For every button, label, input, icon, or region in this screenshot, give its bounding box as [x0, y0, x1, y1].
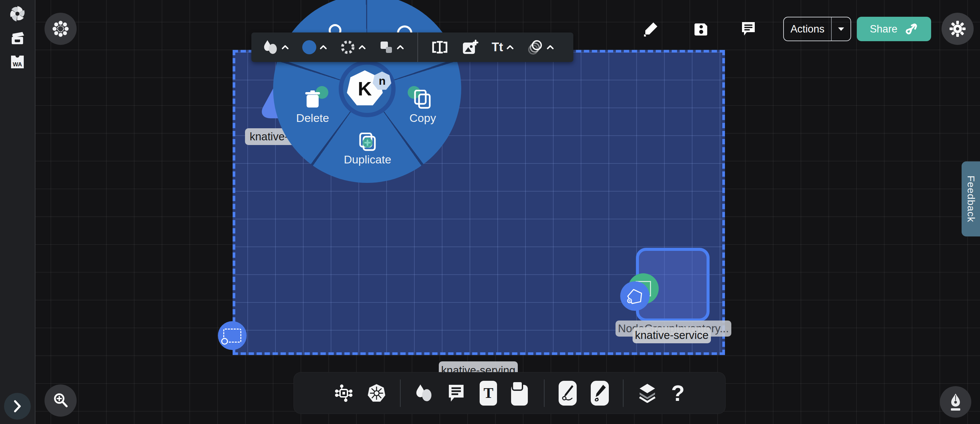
chevron-up-icon	[282, 45, 289, 49]
freehand-pencil-icon	[593, 384, 606, 402]
border-style-control[interactable]	[340, 40, 366, 54]
connector-tool[interactable]	[334, 384, 353, 403]
settings-button[interactable]	[942, 13, 974, 45]
toolbar-divider	[417, 32, 418, 62]
sidebar: WA	[0, 0, 35, 424]
actions-label: Actions	[784, 23, 831, 35]
vector-pen-tool[interactable]	[558, 381, 577, 406]
duplicate-icon[interactable]	[358, 132, 377, 151]
dropdown-caret-icon	[837, 27, 845, 32]
border-style-icon	[340, 40, 355, 54]
card-tool[interactable]	[511, 381, 530, 406]
kubernetes-tool[interactable]	[367, 384, 386, 403]
shapes-icon	[415, 384, 433, 403]
share-button[interactable]: Share	[857, 17, 931, 41]
radial-item-duplicate[interactable]: Duplicate	[344, 153, 391, 166]
chevron-up-icon	[358, 45, 366, 49]
toolbar-divider	[400, 379, 401, 407]
pen-nib-icon	[948, 393, 963, 411]
comment-icon	[741, 21, 756, 37]
pentagon-badge[interactable]	[620, 281, 650, 311]
comment-tool-icon	[447, 384, 466, 403]
text-style-icon: Tt	[492, 40, 503, 54]
fill-color-swatch	[302, 40, 316, 54]
dashed-area-icon	[223, 328, 241, 343]
pentagon-icon	[625, 287, 644, 306]
help-tool[interactable]: ?	[671, 382, 684, 404]
expand-sidebar-button[interactable]	[4, 393, 31, 420]
copy-icon[interactable]	[414, 90, 432, 109]
chevron-up-icon	[397, 45, 404, 49]
image-add-icon	[461, 39, 478, 55]
connector-icon	[334, 384, 353, 403]
pen-mode-button[interactable]	[940, 386, 971, 418]
chevron-up-icon	[320, 45, 327, 49]
archive-icon[interactable]	[10, 30, 25, 46]
actions-caret[interactable]	[832, 27, 851, 32]
shapes-tool[interactable]	[415, 384, 433, 403]
image-add-control[interactable]	[461, 39, 478, 55]
chevron-up-icon	[506, 45, 514, 49]
text-tool-icon: T	[484, 384, 493, 402]
layers-tool[interactable]	[638, 383, 657, 403]
webassembly-icon[interactable]: WA	[10, 54, 25, 70]
edit-button[interactable]	[643, 21, 659, 37]
radial-center: K n	[339, 60, 396, 117]
radial-item-delete[interactable]: Delete	[296, 112, 329, 124]
zoom-in-icon	[52, 392, 69, 409]
feedback-label: Feedback	[965, 175, 977, 222]
canvas[interactable]: { "colors":{"accent_blue":"#4b7ff2","men…	[0, 0, 980, 424]
knative-n: n	[379, 74, 386, 87]
pencil-tool[interactable]	[591, 381, 609, 406]
text-tool[interactable]: T	[480, 381, 497, 406]
radial-context-menu: Delete Copy Duplicate K n	[273, 0, 461, 183]
knative-k: K	[358, 78, 372, 99]
format-toolbar: Tt	[251, 32, 573, 62]
group-badge[interactable]	[218, 321, 247, 350]
text-style-control[interactable]: Tt	[492, 40, 514, 54]
flower-logo-icon	[52, 20, 69, 38]
toolbar-divider	[544, 379, 544, 407]
fill-color-control[interactable]	[302, 40, 327, 54]
settings-gear-icon	[949, 20, 966, 38]
shape-style-icon	[263, 40, 278, 55]
save-icon	[694, 21, 708, 36]
layers-icon	[638, 383, 657, 403]
chevron-up-icon	[547, 45, 554, 49]
shape-style-control[interactable]	[263, 40, 289, 55]
comments-button[interactable]	[741, 21, 756, 37]
tool-palette: T ?	[294, 372, 725, 414]
svg-text:WA: WA	[13, 61, 22, 68]
trash-icon[interactable]	[304, 90, 321, 109]
opacity-control[interactable]	[527, 39, 554, 55]
vector-pen-icon	[561, 384, 574, 402]
copy-style-icon	[379, 40, 393, 54]
copy-style-control[interactable]	[379, 40, 404, 54]
expand-chevron-icon	[13, 400, 22, 413]
radial-item-copy[interactable]: Copy	[409, 112, 436, 124]
kubernetes-icon	[367, 384, 386, 403]
edit-pencil-icon	[643, 21, 659, 37]
opacity-icon	[527, 39, 543, 55]
share-label: Share	[870, 23, 898, 35]
node-label-service: knative-service	[633, 327, 711, 343]
feedback-tab[interactable]: Feedback	[962, 161, 980, 236]
save-button[interactable]	[694, 21, 708, 36]
isoflow-logo[interactable]	[9, 5, 26, 22]
share-link-icon	[905, 22, 918, 36]
actions-button[interactable]: Actions	[783, 17, 851, 41]
help-icon: ?	[671, 381, 684, 406]
resize-width-icon	[431, 40, 448, 54]
app-menu-button[interactable]	[45, 13, 76, 45]
resize-width-control[interactable]	[431, 40, 448, 54]
toolbar-divider	[623, 379, 624, 407]
comment-tool[interactable]	[447, 384, 466, 403]
zoom-button[interactable]	[45, 384, 76, 417]
